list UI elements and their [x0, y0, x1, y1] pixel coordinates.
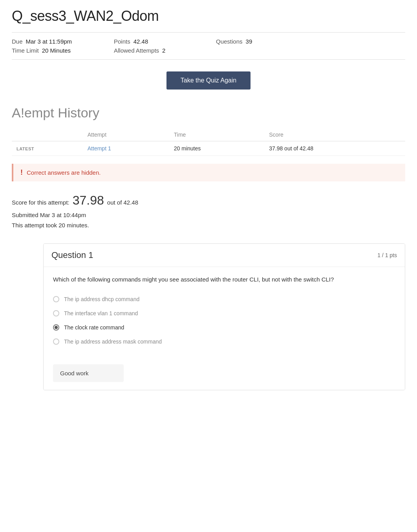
score-label: Score for this attempt: — [12, 199, 70, 206]
meta-questions: Questions 39 — [216, 38, 405, 45]
allowed-attempts-value: 2 — [162, 47, 165, 54]
attempt-link[interactable]: Attempt 1 — [88, 145, 111, 152]
questions-label: Questions — [216, 38, 243, 45]
answer-option-2[interactable]: The interface vlan 1 command — [53, 306, 395, 320]
questions-value: 39 — [246, 38, 252, 45]
attempt-score: 37.98 out of 42.48 — [264, 141, 405, 156]
question-card-1: Question 1 1 / 1 pts Which of the follow… — [43, 243, 405, 390]
score-line: Score for this attempt: 37.98 out of 42.… — [12, 193, 405, 208]
answer-option-3[interactable]: The clock rate command — [53, 320, 395, 335]
points-label: Points — [114, 38, 130, 45]
duration-text: This attempt took 20 minutes. — [12, 220, 405, 230]
attempt-history-table: Attempt Time Score LATEST Attempt 1 20 m… — [12, 128, 405, 156]
score-meta: Submitted Mar 3 at 10:44pm This attempt … — [12, 210, 405, 230]
take-quiz-again-button[interactable]: Take the Quiz Again — [166, 71, 251, 90]
feedback-text: Good work — [60, 370, 89, 377]
answer-label-1: The ip address dhcp command — [64, 296, 139, 302]
question-number-1: Question 1 — [51, 250, 93, 260]
answer-option-4[interactable]: The ip address address mask command — [53, 335, 395, 349]
answer-label-4: The ip address address mask command — [64, 338, 162, 345]
col-score-header: Score — [264, 128, 405, 141]
meta-time-limit: Time Limit 20 Minutes — [12, 47, 114, 54]
question-body-1: Which of the following commands might yo… — [44, 267, 405, 390]
meta-due: Due Mar 3 at 11:59pm — [12, 38, 114, 45]
meta-grid: Due Mar 3 at 11:59pm Points 42.48 Questi… — [12, 32, 405, 60]
col-attempt-header: Attempt — [83, 128, 169, 141]
latest-badge: LATEST — [16, 146, 34, 151]
score-out-of: out of 42.48 — [107, 199, 138, 206]
radio-3 — [53, 324, 59, 331]
answer-option-1[interactable]: The ip address dhcp command — [53, 292, 395, 306]
col-time-header: Time — [169, 128, 264, 141]
feedback-box: Good work — [53, 364, 124, 382]
points-value: 42.48 — [134, 38, 148, 45]
due-label: Due — [12, 38, 23, 45]
score-value: 37.98 — [73, 193, 104, 208]
answer-label-2: The interface vlan 1 command — [64, 310, 138, 316]
score-section: Score for this attempt: 37.98 out of 42.… — [12, 189, 405, 236]
radio-4 — [53, 338, 59, 345]
question-pts-1: 1 / 1 pts — [377, 252, 397, 258]
time-limit-label: Time Limit — [12, 47, 39, 54]
question-text-1: Which of the following commands might yo… — [53, 275, 395, 284]
due-value: Mar 3 at 11:59pm — [26, 38, 72, 45]
submitted-text: Submitted Mar 3 at 10:44pm — [12, 210, 405, 220]
page-wrapper: Q_sess3_WAN2_Odom Due Mar 3 at 11:59pm P… — [0, 0, 417, 406]
meta-allowed-attempts: Allowed Attempts 2 — [114, 47, 216, 54]
notice-text: Correct answers are hidden. — [27, 169, 101, 176]
warning-icon: ! — [20, 168, 23, 177]
attempt-history-title: A!empt History — [12, 105, 405, 121]
attempt-time: 20 minutes — [169, 141, 264, 156]
quiz-title: Q_sess3_WAN2_Odom — [12, 8, 405, 24]
meta-points: Points 42.48 — [114, 38, 216, 45]
feedback-area: Good work — [53, 358, 395, 382]
radio-1 — [53, 296, 59, 302]
time-limit-value: 20 Minutes — [42, 47, 71, 54]
notice-box: ! Correct answers are hidden. — [12, 164, 405, 181]
question-header-1: Question 1 1 / 1 pts — [44, 244, 405, 267]
col-empty — [12, 128, 83, 141]
table-row: LATEST Attempt 1 20 minutes 37.98 out of… — [12, 141, 405, 156]
answer-label-3: The clock rate command — [64, 324, 124, 331]
radio-2 — [53, 310, 59, 316]
allowed-attempts-label: Allowed Attempts — [114, 47, 159, 54]
button-row: Take the Quiz Again — [12, 71, 405, 90]
